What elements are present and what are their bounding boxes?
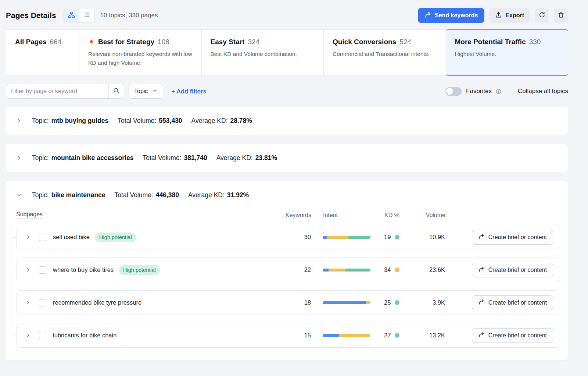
average-kd-label: Average KD: [216, 154, 253, 162]
favorites-label: Favorites [466, 88, 492, 95]
high-potential-badge: High potential [119, 265, 160, 275]
topics-pages-summary: 10 topics, 330 pages [100, 12, 158, 19]
topic-row-mtb-buying-guides[interactable]: Topic: mtb buying guides Total Volume: 5… [6, 107, 568, 135]
pages-filter-tabs: All Pages 664 Best for Strategy 108 Rele… [6, 29, 568, 76]
average-kd-value: 28.78% [230, 117, 252, 125]
intent-segment [327, 236, 349, 239]
average-kd-value: 23.81% [255, 154, 277, 162]
tab-description: Commercial and Transactional intents. [333, 50, 437, 58]
filter-bar-right: Favorites Collapse all topics [445, 87, 568, 96]
subpage-row-where-to-buy-bike-tires: where to buy bike tires High potential 2… [16, 258, 559, 282]
intent-segment [329, 269, 346, 272]
add-filters-link[interactable]: + Add filters [171, 88, 206, 95]
create-brief-button[interactable]: Create brief or content [472, 263, 553, 277]
favorites-toggle[interactable] [445, 87, 462, 96]
list-view-button[interactable] [79, 9, 94, 22]
collapse-all-topics-link[interactable]: Collapse all topics [518, 88, 568, 95]
chevron-right-icon[interactable] [16, 155, 22, 161]
search-box [6, 84, 124, 99]
delete-button[interactable] [554, 8, 568, 23]
send-keywords-button[interactable]: Send keywords [418, 8, 484, 23]
intent-segment [339, 334, 370, 337]
table-header: Subpages Keywords Intent KD % Volume [16, 209, 559, 225]
total-volume-value: 381,740 [184, 154, 207, 162]
intent-bar [323, 269, 370, 272]
subpage-name: recommended bike tyre pressure [53, 299, 141, 306]
kd-indicator-dot [395, 267, 399, 272]
volume-value: 13.2K [410, 332, 454, 339]
info-icon[interactable] [495, 88, 502, 95]
refresh-icon [538, 11, 545, 19]
keywords-count: 18 [277, 299, 314, 306]
tab-quick-conversions[interactable]: Quick Conversions 524 Commercial and Tra… [323, 29, 446, 76]
send-arrow-icon [478, 331, 485, 340]
create-brief-button[interactable]: Create brief or content [472, 328, 553, 343]
high-potential-badge: High potential [95, 233, 136, 242]
toggle-knob [446, 88, 453, 95]
create-brief-label: Create brief or content [488, 267, 547, 273]
chevron-right-icon[interactable] [16, 118, 22, 124]
tab-count: 108 [158, 38, 169, 46]
hierarchy-view-button[interactable] [64, 9, 79, 22]
search-button[interactable] [108, 84, 124, 98]
chevron-right-icon[interactable] [25, 300, 31, 305]
topic-prefix: Topic: [32, 154, 49, 162]
sitemap-icon [68, 11, 75, 19]
topic-row-mountain-bike-accessories[interactable]: Topic: mountain bike accessories Total V… [6, 144, 568, 172]
tab-description: Best KD and Volume combination. [211, 50, 315, 58]
column-kd: KD % [373, 212, 410, 219]
intent-segment [323, 269, 329, 272]
topic-row-bike-maintenance[interactable]: Topic: bike maintenance Total Volume: 44… [6, 181, 568, 209]
refresh-button[interactable] [535, 8, 549, 23]
tab-description: Highest Volume. [455, 50, 559, 58]
kd-value: 25 [384, 299, 391, 306]
send-keywords-label: Send keywords [435, 12, 478, 19]
row-checkbox[interactable] [39, 266, 46, 274]
create-brief-button[interactable]: Create brief or content [472, 230, 553, 245]
export-button[interactable]: Export [489, 8, 530, 23]
tab-easy-start[interactable]: Easy Start 324 Best KD and Volume combin… [201, 29, 324, 76]
topic-card-expanded: Topic: bike maintenance Total Volume: 44… [6, 181, 568, 360]
view-mode-toggle [64, 9, 94, 22]
page-header: Pages Details 10 topics, 330 pages Send … [6, 0, 568, 29]
volume-value: 10.9K [410, 234, 454, 241]
intent-bar [323, 301, 370, 304]
volume-value: 23.6K [410, 266, 454, 273]
create-brief-button[interactable]: Create brief or content [472, 295, 553, 310]
kd-indicator-dot [395, 300, 399, 305]
chevron-right-icon[interactable] [25, 234, 31, 240]
tab-best-for-strategy[interactable]: Best for Strategy 108 Relevant non-brand… [79, 29, 202, 76]
chevron-right-icon[interactable] [25, 267, 31, 273]
chevron-down-icon [152, 88, 158, 95]
chevron-down-icon[interactable] [16, 192, 22, 198]
flame-icon [88, 39, 95, 45]
tab-label: All Pages [15, 38, 47, 46]
row-checkbox[interactable] [39, 299, 46, 306]
topic-name: bike maintenance [51, 191, 105, 199]
average-kd-value: 31.92% [227, 191, 249, 199]
kd-value: 34 [384, 266, 391, 273]
column-subpages[interactable]: Subpages [16, 211, 43, 219]
total-volume-label: Total Volume: [143, 154, 181, 162]
subpage-row-lubricants-for-bike-chain: lubricants for bike chain 15 27 13.2K Cr… [16, 323, 559, 348]
tab-count: 324 [248, 38, 259, 46]
send-arrow-icon [424, 11, 431, 20]
chevron-right-icon[interactable] [25, 333, 31, 338]
tab-all-pages[interactable]: All Pages 664 [6, 29, 79, 76]
page-title: Pages Details [6, 11, 56, 20]
tab-label: Quick Conversions [333, 38, 396, 46]
keywords-count: 15 [277, 332, 314, 339]
topic-dropdown-label: Topic [134, 88, 148, 95]
row-checkbox[interactable] [39, 234, 46, 241]
intent-segment [345, 269, 370, 272]
create-brief-label: Create brief or content [488, 332, 547, 339]
row-checkbox[interactable] [39, 332, 46, 339]
search-input[interactable] [6, 84, 108, 98]
intent-bar [323, 334, 370, 337]
tab-more-potential-traffic[interactable]: More Potential Traffic 330 Highest Volum… [446, 29, 569, 76]
volume-value: 3.9K [410, 299, 454, 306]
kd-value: 19 [384, 234, 391, 241]
header-actions: Send keywords Export [418, 8, 568, 23]
topic-filter-dropdown[interactable]: Topic [129, 84, 163, 99]
search-icon [113, 87, 120, 95]
